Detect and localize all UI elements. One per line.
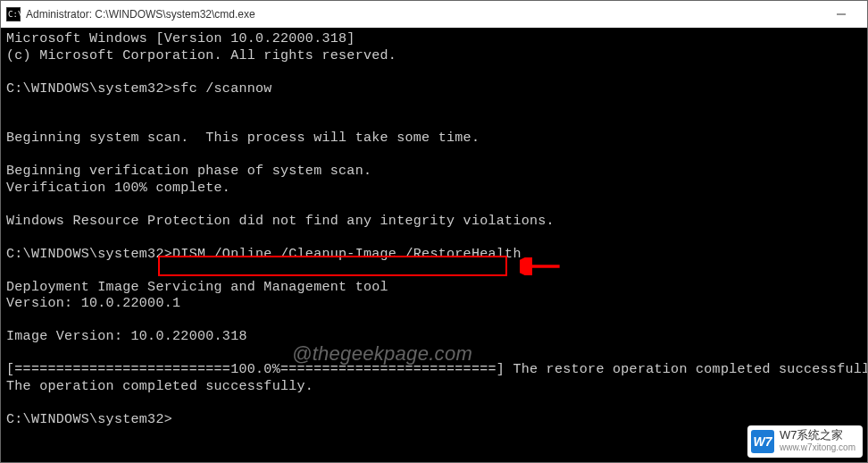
cmd-icon: C:\	[6, 7, 21, 21]
cmd-window: C:\ Administrator: C:\WINDOWS\system32\c…	[0, 0, 868, 463]
badge-title: W7系统之家	[780, 429, 855, 442]
prompt: C:\WINDOWS\system32>	[6, 81, 172, 97]
minimize-button[interactable]	[821, 1, 862, 28]
output-line: (c) Microsoft Corporation. All rights re…	[6, 48, 396, 63]
prompt: C:\WINDOWS\system32>	[6, 412, 172, 427]
prompt: C:\WINDOWS\system32>	[6, 247, 172, 262]
badge-url: www.w7xitong.com	[780, 442, 855, 454]
window-title: Administrator: C:\WINDOWS\system32\cmd.e…	[26, 8, 815, 21]
output-line: Deployment Image Servicing and Managemen…	[6, 280, 388, 295]
annotation-arrow-icon	[520, 257, 564, 275]
command-sfc: sfc /scannow	[172, 81, 272, 97]
badge-text: W7系统之家 www.w7xitong.com	[780, 429, 855, 454]
output-line: Image Version: 10.0.22000.318	[6, 329, 247, 344]
site-badge: W7 W7系统之家 www.w7xitong.com	[747, 425, 863, 458]
titlebar[interactable]: C:\ Administrator: C:\WINDOWS\system32\c…	[1, 1, 867, 28]
command-dism: DISM /Online /Cleanup-Image /RestoreHeal…	[172, 247, 522, 262]
terminal-output[interactable]: Microsoft Windows [Version 10.0.22000.31…	[1, 28, 867, 462]
output-line: Version: 10.0.22000.1	[6, 296, 180, 311]
output-line: Microsoft Windows [Version 10.0.22000.31…	[6, 31, 355, 46]
watermark-text: @thegeekpage.com	[292, 346, 472, 363]
output-line: Verification 100% complete.	[6, 181, 230, 196]
output-line: Beginning system scan. This process will…	[6, 130, 480, 146]
window-controls	[821, 1, 862, 28]
progress-line: [==========================100.0%=======…	[6, 362, 867, 377]
badge-logo-icon: W7	[751, 430, 774, 453]
output-line: The operation completed successfully.	[6, 379, 313, 394]
output-line: Windows Resource Protection did not find…	[6, 214, 555, 229]
svg-text:C:\: C:\	[8, 10, 21, 19]
output-line: Beginning verification phase of system s…	[6, 164, 371, 179]
